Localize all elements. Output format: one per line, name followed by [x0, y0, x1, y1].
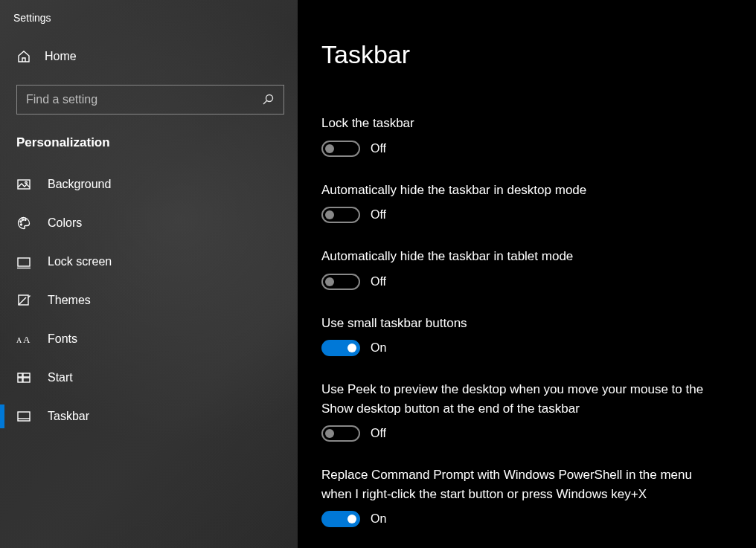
app-title: Settings	[0, 9, 298, 42]
svg-rect-8	[18, 258, 30, 266]
sidebar-item-colors[interactable]: Colors	[0, 204, 298, 242]
toggle-hide-tablet[interactable]	[321, 274, 360, 290]
search-wrap	[16, 85, 284, 115]
toggle-powershell[interactable]	[321, 511, 360, 527]
toggle-state: Off	[371, 275, 386, 288]
toggle-state: Off	[371, 142, 386, 155]
svg-rect-17	[18, 412, 30, 421]
sidebar-item-start[interactable]: Start	[0, 358, 298, 397]
setting-label: Replace Command Prompt with Windows Powe…	[321, 465, 720, 503]
toggle-state: On	[371, 512, 386, 526]
svg-rect-13	[18, 373, 22, 377]
home-nav[interactable]: Home	[0, 42, 298, 71]
toggle-hide-desktop[interactable]	[321, 207, 360, 223]
lockscreen-icon	[16, 254, 31, 269]
svg-rect-14	[23, 373, 30, 377]
sidebar-item-label: Fonts	[48, 332, 77, 346]
section-header: Personalization	[0, 115, 298, 165]
sidebar-item-label: Lock screen	[48, 255, 112, 268]
palette-icon	[16, 216, 31, 231]
setting-label: Use small taskbar buttons	[321, 314, 720, 333]
setting-label: Use Peek to preview the desktop when you…	[321, 380, 720, 418]
toggle-state: On	[371, 341, 386, 355]
svg-rect-2	[18, 180, 30, 189]
sidebar-item-lockscreen[interactable]: Lock screen	[0, 242, 298, 281]
svg-point-3	[25, 181, 28, 184]
setting-label: Automatically hide the taskbar in tablet…	[321, 247, 720, 266]
toggle-peek[interactable]	[321, 425, 360, 442]
home-label: Home	[45, 50, 77, 63]
toggle-state: Off	[371, 208, 386, 222]
svg-text:A: A	[16, 336, 22, 344]
taskbar-icon	[16, 409, 31, 424]
setting-powershell: Replace Command Prompt with Windows Powe…	[321, 465, 720, 527]
svg-point-4	[20, 221, 22, 222]
svg-line-1	[263, 100, 267, 104]
toggle-lock[interactable]	[321, 141, 360, 157]
fonts-icon: A A	[16, 332, 31, 346]
setting-hide-desktop: Automatically hide the taskbar in deskto…	[321, 181, 720, 224]
start-icon	[16, 370, 31, 385]
picture-icon	[16, 177, 31, 192]
search-input[interactable]	[16, 85, 284, 115]
toggle-state: Off	[371, 427, 386, 440]
setting-label: Automatically hide the taskbar in deskto…	[321, 181, 720, 200]
page-title: Taskbar	[321, 40, 720, 69]
sidebar-item-taskbar[interactable]: Taskbar	[0, 397, 298, 436]
svg-point-6	[25, 219, 26, 221]
sidebar-item-label: Background	[48, 178, 111, 191]
sidebar: Settings Home Personalization	[0, 0, 298, 548]
svg-point-5	[22, 219, 24, 221]
sidebar-item-background[interactable]: Background	[0, 165, 298, 204]
home-icon	[16, 49, 31, 64]
nav-list: Background Colors Lock screen	[0, 165, 298, 436]
sidebar-item-label: Themes	[48, 294, 91, 307]
setting-lock: Lock the taskbar Off	[321, 114, 720, 157]
main-panel: Taskbar Lock the taskbar Off Automatical…	[298, 0, 756, 548]
svg-text:A: A	[23, 334, 31, 345]
sidebar-item-label: Taskbar	[48, 410, 89, 423]
themes-icon	[16, 293, 31, 308]
svg-rect-16	[23, 378, 30, 382]
svg-rect-15	[18, 378, 22, 382]
toggle-small-buttons[interactable]	[321, 340, 360, 356]
sidebar-item-label: Start	[48, 371, 73, 384]
svg-point-7	[21, 224, 22, 225]
sidebar-item-themes[interactable]: Themes	[0, 281, 298, 320]
setting-label: Lock the taskbar	[321, 114, 720, 133]
sidebar-item-fonts[interactable]: A A Fonts	[0, 320, 298, 358]
search-icon	[262, 94, 274, 106]
sidebar-item-label: Colors	[48, 216, 82, 230]
setting-small-buttons: Use small taskbar buttons On	[321, 314, 720, 357]
setting-hide-tablet: Automatically hide the taskbar in tablet…	[321, 247, 720, 290]
setting-peek: Use Peek to preview the desktop when you…	[321, 380, 720, 442]
